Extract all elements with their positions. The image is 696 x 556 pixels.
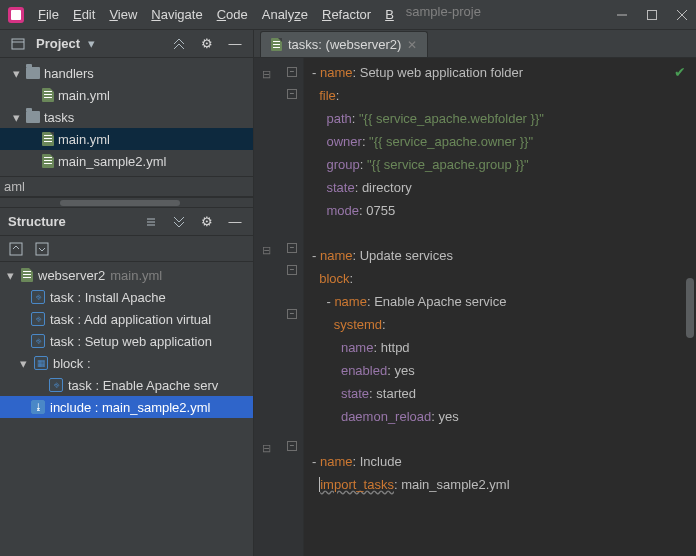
yaml-file-icon <box>42 154 54 168</box>
svg-rect-6 <box>10 243 22 255</box>
structure-item-task[interactable]: ⎆ task : Enable Apache serv <box>0 374 253 396</box>
project-panel-header: Project ▾ ⚙ — <box>0 30 253 58</box>
expand-icon[interactable]: ▾ <box>4 268 16 283</box>
collapse-icon[interactable] <box>169 34 189 54</box>
structure-panel: Structure ⚙ — ▾ webserver2 main.yml <box>0 207 253 556</box>
task-icon: ⎆ <box>31 334 45 348</box>
menu-file[interactable]: File <box>32 4 65 25</box>
structure-item-block[interactable]: ▾ ▦ block : <box>0 352 253 374</box>
task-icon: ⎆ <box>31 312 45 326</box>
code-editor[interactable]: - name: Setup web application folder fil… <box>304 58 684 556</box>
menu-code[interactable]: Code <box>211 4 254 25</box>
structure-toolbar <box>0 236 253 262</box>
chevron-down-icon[interactable]: ▾ <box>88 36 95 51</box>
menu-navigate[interactable]: Navigate <box>145 4 208 25</box>
project-panel-title[interactable]: Project <box>36 36 80 51</box>
expand-icon[interactable]: ▾ <box>17 356 29 371</box>
yaml-file-icon <box>271 38 282 51</box>
hide-panel-icon[interactable]: — <box>225 34 245 54</box>
menubar: File Edit View Navigate Code Analyze Ref… <box>32 4 616 25</box>
sort-icon[interactable] <box>141 212 161 232</box>
structure-item-task[interactable]: ⎆ task : Setup web application <box>0 330 253 352</box>
yaml-file-icon <box>42 132 54 146</box>
app-icon <box>8 7 24 23</box>
editor-tab[interactable]: tasks: (webserver2) ✕ <box>260 31 428 57</box>
window-title-project: sample-proje <box>406 4 481 25</box>
gear-icon[interactable]: ⚙ <box>197 212 217 232</box>
svg-rect-7 <box>36 243 48 255</box>
window-controls <box>616 9 688 21</box>
hide-panel-icon[interactable]: — <box>225 212 245 232</box>
scroll-to-source-icon[interactable] <box>32 239 52 259</box>
expand-icon[interactable]: ▾ <box>10 110 22 125</box>
structure-item-task[interactable]: ⎆ task : Add application virtual <box>0 308 253 330</box>
folder-icon <box>26 67 40 79</box>
yaml-file-icon <box>21 268 33 282</box>
tree-file-tasks-main[interactable]: main.yml <box>0 128 253 150</box>
structure-root[interactable]: ▾ webserver2 main.yml <box>0 264 253 286</box>
gear-icon[interactable]: ⚙ <box>197 34 217 54</box>
svg-rect-1 <box>648 10 657 19</box>
close-button[interactable] <box>676 9 688 21</box>
menu-refactor[interactable]: Refactor <box>316 4 377 25</box>
structure-item-include[interactable]: ⭳ include : main_sample2.yml <box>0 396 253 418</box>
svg-rect-4 <box>12 39 24 49</box>
yaml-file-icon <box>42 88 54 102</box>
editor-tab-strip: tasks: (webserver2) ✕ <box>254 30 696 58</box>
tree-folder-tasks[interactable]: ▾ tasks <box>0 106 253 128</box>
minimize-button[interactable] <box>616 9 628 21</box>
task-icon: ⎆ <box>49 378 63 392</box>
tree-folder-handlers[interactable]: ▾ handlers <box>0 62 253 84</box>
menu-more[interactable]: B <box>379 4 400 25</box>
expand-all-icon[interactable] <box>169 212 189 232</box>
scroll-from-source-icon[interactable] <box>6 239 26 259</box>
editor-vertical-scrollbar[interactable] <box>684 58 696 556</box>
include-icon: ⭳ <box>31 400 45 414</box>
project-horizontal-scrollbar[interactable] <box>0 197 253 207</box>
menu-analyze[interactable]: Analyze <box>256 4 314 25</box>
close-tab-icon[interactable]: ✕ <box>407 38 417 52</box>
task-icon: ⎆ <box>31 290 45 304</box>
menu-view[interactable]: View <box>103 4 143 25</box>
menu-edit[interactable]: Edit <box>67 4 101 25</box>
editor-tab-label: tasks: (webserver2) <box>288 37 401 52</box>
structure-item-task[interactable]: ⎆ task : Install Apache <box>0 286 253 308</box>
structure-tree[interactable]: ▾ webserver2 main.yml ⎆ task : Install A… <box>0 262 253 556</box>
project-tree[interactable]: ▾ handlers main.yml ▾ tasks main.yml <box>0 58 253 176</box>
expand-icon[interactable]: ▾ <box>10 66 22 81</box>
tree-file-tasks-sample[interactable]: main_sample2.yml <box>0 150 253 172</box>
maximize-button[interactable] <box>646 9 658 21</box>
aml-label: aml <box>0 176 253 197</box>
project-view-icon[interactable] <box>8 34 28 54</box>
block-icon: ▦ <box>34 356 48 370</box>
folder-icon <box>26 111 40 123</box>
titlebar: File Edit View Navigate Code Analyze Ref… <box>0 0 696 30</box>
structure-panel-header: Structure ⚙ — <box>0 208 253 236</box>
tree-file-handlers-main[interactable]: main.yml <box>0 84 253 106</box>
structure-panel-title[interactable]: Structure <box>8 214 66 229</box>
editor-gutter[interactable]: −⊟−−⊟−−−⊟ <box>254 58 304 556</box>
